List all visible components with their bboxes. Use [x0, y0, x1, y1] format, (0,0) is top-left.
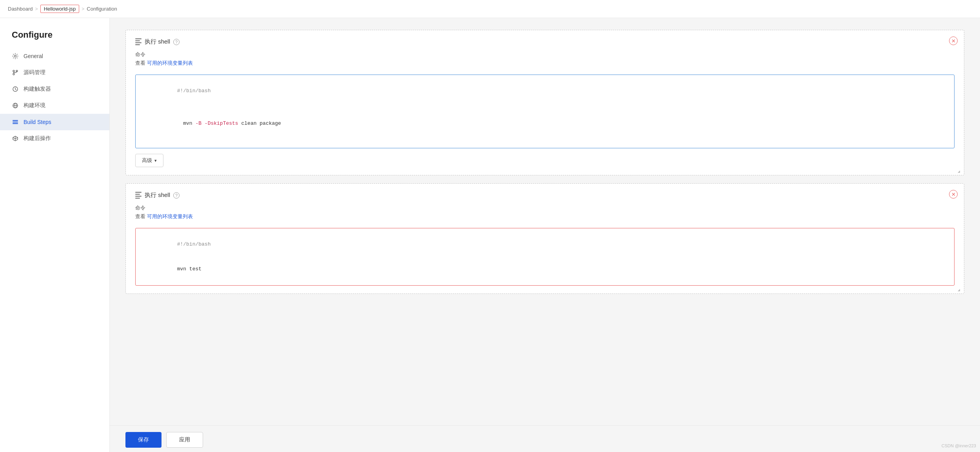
breadcrumb-sep-1: > [35, 6, 38, 12]
sidebar-label-postbuild: 构建后操作 [24, 135, 51, 142]
card2-close-button[interactable]: ✕ [949, 190, 958, 199]
sidebar-label-env: 构建环境 [24, 102, 45, 109]
resize-handle-2[interactable]: ◢ [958, 287, 962, 292]
resize-handle-1[interactable]: ◢ [958, 169, 962, 173]
card1-header: 执行 shell ? [135, 38, 955, 46]
card1-command-input[interactable]: #!/bin/bash mvn -B -DskipTests clean pac… [135, 75, 955, 148]
svg-point-1 [13, 70, 15, 72]
sidebar-item-general[interactable]: General [0, 48, 109, 64]
card1-env-link[interactable]: 可用的环境变量列表 [147, 60, 193, 67]
branch-icon [12, 69, 19, 76]
card1-env-prefix: 查看 [135, 60, 145, 66]
svg-point-0 [15, 55, 16, 57]
sidebar-title: Configure [0, 26, 109, 48]
svg-rect-7 [13, 120, 18, 121]
card1-close-button[interactable]: ✕ [949, 36, 958, 45]
shell-card-1: 执行 shell ? ✕ 命令 查看 可用的环境变量列表 #!/bin/bash… [125, 30, 964, 175]
sidebar-label-buildsteps: Build Steps [24, 119, 51, 125]
card1-help-icon[interactable]: ? [173, 39, 180, 45]
svg-point-2 [13, 73, 15, 75]
shell-card-2: 执行 shell ? ✕ 命令 查看 可用的环境变量列表 #!/bin/bash… [125, 183, 964, 294]
card2-env-prefix: 查看 [135, 213, 145, 219]
clock-icon [12, 86, 19, 93]
sidebar: Configure General 源码管理 [0, 18, 110, 452]
svg-rect-8 [13, 122, 18, 122]
breadcrumb-sep-2: > [82, 6, 84, 12]
sidebar-item-buildsteps[interactable]: Build Steps [0, 114, 109, 130]
sidebar-item-env[interactable]: 构建环境 [0, 97, 109, 114]
breadcrumb-project[interactable]: Helloworld-jsp [40, 5, 80, 13]
watermark: CSDN @inner223 [942, 443, 976, 448]
card2-env-link[interactable]: 可用的环境变量列表 [147, 213, 193, 220]
sidebar-item-trigger[interactable]: 构建触发器 [0, 81, 109, 97]
bottom-bar: 保存 应用 [110, 425, 980, 452]
card2-command-line: mvn test [177, 266, 201, 272]
svg-rect-9 [13, 123, 18, 124]
sidebar-label-source: 源码管理 [24, 69, 45, 76]
card2-field-label: 命令 [135, 204, 955, 211]
card2-title: 执行 shell [145, 191, 170, 199]
chevron-down-icon: ▾ [154, 158, 157, 163]
sidebar-label-trigger: 构建触发器 [24, 86, 51, 93]
card1-shebang: #!/bin/bash [177, 88, 211, 94]
drag-handle-icon [135, 38, 142, 45]
drag-handle-icon-2 [135, 192, 142, 199]
cube-icon [12, 135, 19, 142]
save-button[interactable]: 保存 [125, 432, 162, 448]
card1-advanced-button[interactable]: 高级 ▾ [135, 154, 163, 167]
list-icon [12, 118, 19, 126]
card1-command-line: mvn -B -DskipTests clean package [140, 120, 281, 135]
sidebar-item-source[interactable]: 源码管理 [0, 64, 109, 81]
card2-help-icon[interactable]: ? [173, 192, 180, 199]
sidebar-item-postbuild[interactable]: 构建后操作 [0, 130, 109, 147]
globe-icon [12, 102, 19, 109]
breadcrumb-dashboard[interactable]: Dashboard [8, 6, 33, 12]
sidebar-label-general: General [24, 53, 43, 59]
card2-header: 执行 shell ? [135, 191, 955, 199]
card1-title: 执行 shell [145, 38, 170, 46]
breadcrumb-configuration: Configuration [87, 6, 117, 12]
apply-button[interactable]: 应用 [166, 432, 203, 448]
card1-advanced-label: 高级 [142, 157, 152, 164]
breadcrumb: Dashboard > Helloworld-jsp > Configurati… [0, 0, 980, 18]
main-content: 执行 shell ? ✕ 命令 查看 可用的环境变量列表 #!/bin/bash… [110, 18, 980, 425]
card2-command-input[interactable]: #!/bin/bash mvn test ◢ [135, 228, 955, 286]
card1-field-label: 命令 [135, 51, 955, 58]
gear-icon [12, 53, 19, 60]
card2-shebang: #!/bin/bash [177, 241, 211, 247]
